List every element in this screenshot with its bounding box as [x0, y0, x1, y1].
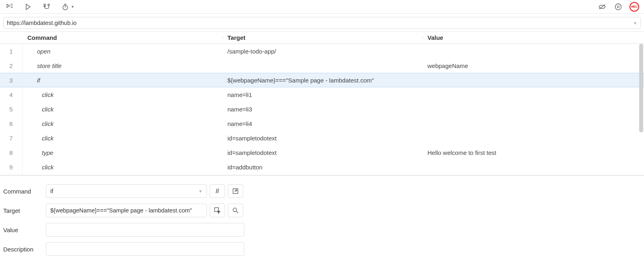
table-headers: Command Target Value [0, 32, 644, 44]
cell-target: name=li4 [223, 120, 423, 127]
row-number: 9 [0, 160, 23, 174]
row-number: 7 [0, 131, 23, 145]
editor-panel: Command ▼ // Target Val [0, 175, 644, 265]
base-url-input[interactable]: ▼ [3, 17, 641, 29]
cell-command: click [23, 135, 223, 142]
toolbar: ▼ REC [0, 0, 644, 14]
cell-target: name=li3 [223, 106, 423, 113]
base-url-field[interactable] [7, 20, 631, 26]
header-target: Target [223, 34, 423, 41]
editor-label-target: Target [3, 207, 46, 214]
cell-target: /sample-todo-app/ [223, 48, 423, 55]
scrollbar[interactable] [639, 44, 643, 175]
open-new-window-button[interactable] [228, 184, 243, 198]
table-row[interactable]: 7clickid=sampletodotext [0, 131, 644, 145]
table-row[interactable]: 9clickid=addbutton [0, 160, 644, 174]
select-element-button[interactable] [210, 204, 225, 217]
record-button[interactable]: REC [630, 2, 639, 12]
table-row[interactable]: 4clickname=li1 [0, 87, 644, 102]
editor-row-description: Description [3, 242, 641, 256]
editor-label-command: Command [3, 188, 46, 195]
svg-marker-0 [7, 4, 10, 7]
scrollbar-thumb[interactable] [639, 44, 643, 132]
table-row[interactable]: 6clickname=li4 [0, 116, 644, 131]
svg-line-19 [236, 211, 238, 213]
editor-row-value: Value [3, 223, 641, 237]
toolbar-left: ▼ [5, 2, 74, 12]
value-field[interactable] [50, 227, 240, 233]
target-field[interactable] [50, 207, 202, 214]
step-over-icon[interactable] [42, 2, 52, 12]
value-input[interactable] [46, 223, 244, 237]
svg-point-6 [48, 4, 50, 6]
cell-command: click [23, 164, 223, 171]
cell-command: click [23, 106, 223, 113]
slash-label: // [216, 188, 219, 194]
url-bar-wrap: ▼ [0, 14, 644, 32]
editor-label-description: Description [3, 246, 46, 253]
description-field[interactable] [50, 246, 240, 252]
chevron-down-icon: ▼ [71, 5, 74, 9]
editor-row-command: Command ▼ // [3, 184, 641, 198]
chevron-down-icon[interactable]: ▼ [631, 21, 637, 25]
find-target-button[interactable] [228, 204, 243, 217]
run-all-icon[interactable] [5, 2, 14, 12]
header-target-label: Target [227, 34, 246, 41]
cell-command: if [23, 77, 223, 84]
cell-command: click [23, 91, 223, 98]
svg-point-13 [615, 4, 621, 10]
disable-breakpoints-icon[interactable] [597, 2, 607, 12]
record-label: REC [631, 5, 637, 8]
svg-point-18 [233, 208, 237, 212]
pause-icon[interactable] [613, 2, 623, 12]
table-row[interactable]: 2store titlewebpageName [0, 58, 644, 73]
row-number: 8 [0, 145, 23, 160]
toggle-comment-button[interactable]: // [210, 184, 225, 198]
table-row[interactable]: 3if${webpageName}==="Sample page - lambd… [0, 73, 644, 87]
row-number: 2 [0, 58, 23, 73]
speed-button[interactable]: ▼ [60, 2, 74, 12]
cell-target: id=addbutton [223, 164, 423, 171]
header-command-label: Command [27, 34, 57, 41]
cell-target: id=sampletodotext [223, 149, 423, 156]
row-number: 4 [0, 87, 23, 102]
table-body: 1open/sample-todo-app/2store titlewebpag… [0, 44, 644, 175]
description-input[interactable] [46, 242, 244, 256]
svg-marker-4 [26, 4, 30, 9]
command-select-input[interactable] [50, 188, 202, 194]
cell-target: ${webpageName}==="Sample page - lambdate… [223, 77, 423, 84]
editor-row-target: Target [3, 204, 641, 217]
table-row[interactable]: 1open/sample-todo-app/ [0, 44, 644, 58]
svg-point-5 [44, 4, 45, 6]
table-row[interactable]: 5clickname=li3 [0, 102, 644, 116]
row-number: 1 [0, 44, 23, 58]
cell-command: click [23, 120, 223, 127]
editor-label-value: Value [3, 227, 46, 233]
table-row[interactable]: 8typeid=sampletodotextHello welcome to f… [0, 145, 644, 160]
header-value-label: Value [427, 34, 443, 41]
row-number: 6 [0, 116, 23, 131]
cell-command: open [23, 48, 223, 55]
header-value: Value [423, 34, 644, 41]
header-command: Command [23, 34, 223, 41]
run-current-icon[interactable] [23, 2, 33, 12]
cell-command: type [23, 149, 223, 156]
cell-target: name=li1 [223, 91, 423, 98]
chevron-down-icon: ▼ [198, 189, 202, 194]
cell-target: id=sampletodotext [223, 135, 423, 142]
command-select[interactable]: ▼ [46, 184, 207, 198]
target-input[interactable] [46, 204, 207, 217]
cell-value: webpageName [423, 62, 644, 69]
cell-value: Hello welcome to first test [423, 149, 644, 156]
row-number: 5 [0, 102, 23, 116]
toolbar-right: REC [597, 2, 639, 12]
cell-command: store title [23, 62, 223, 69]
row-number: 3 [0, 73, 23, 87]
